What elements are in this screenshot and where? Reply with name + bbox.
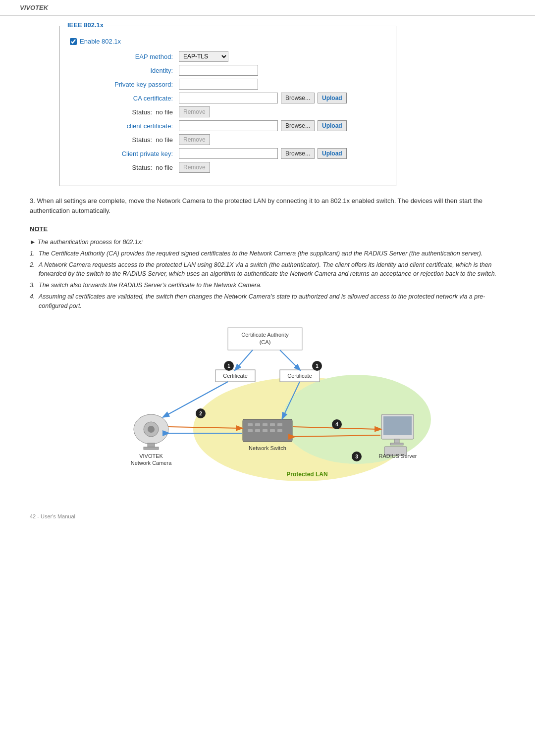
svg-text:Network Camera: Network Camera <box>131 460 172 466</box>
footer: 42 - User's Manual <box>0 508 535 524</box>
svg-rect-37 <box>390 443 403 445</box>
diagram-container: Certificate Authority (CA) Certificate C… <box>30 320 505 489</box>
enable-label: Enable 802.1x <box>80 38 121 45</box>
private-browse-button[interactable]: Browse... <box>281 148 315 159</box>
svg-text:3: 3 <box>355 454 358 459</box>
enable-row: Enable 802.1x <box>70 38 386 45</box>
client-cert-input[interactable] <box>179 120 278 131</box>
svg-text:Network Switch: Network Switch <box>249 445 286 451</box>
identity-row: Identity: <box>70 65 386 76</box>
client-remove-value: Remove <box>179 134 210 145</box>
step3-section: 3. When all settings are complete, move … <box>30 196 505 215</box>
svg-rect-32 <box>277 429 282 432</box>
svg-text:1: 1 <box>227 363 230 369</box>
note-item-1: 1. The Certificate Authority (CA) provid… <box>30 249 505 258</box>
svg-text:(CA): (CA) <box>260 339 271 345</box>
svg-rect-28 <box>248 429 253 432</box>
private-key-value <box>179 79 258 90</box>
client-upload-button[interactable]: Upload <box>318 120 347 131</box>
note-item-3: 3. The switch also forwards the RADIUS S… <box>30 281 505 290</box>
identity-label: Identity: <box>70 67 179 74</box>
svg-text:Protected LAN: Protected LAN <box>286 471 327 478</box>
private-remove-value: Remove <box>179 162 210 173</box>
ca-remove-button[interactable]: Remove <box>179 106 210 117</box>
footer-text: 42 - User's Manual <box>30 513 75 519</box>
ca-status-label: Status: no file <box>70 108 179 116</box>
svg-rect-30 <box>263 429 268 432</box>
client-cert-label: client certificate: <box>70 122 179 130</box>
svg-text:4: 4 <box>335 422 338 427</box>
svg-rect-27 <box>277 423 282 426</box>
svg-rect-31 <box>270 429 275 432</box>
svg-text:1: 1 <box>316 363 319 369</box>
private-remove-button[interactable]: Remove <box>179 162 210 173</box>
ca-cert-value: Browse... Upload <box>179 93 347 103</box>
identity-value <box>179 65 258 76</box>
svg-point-17 <box>148 426 155 433</box>
private-key-row: Private key passord: <box>70 79 386 90</box>
eap-method-row: EAP method: EAP-TLS EAP-PEAP <box>70 51 386 62</box>
note-title: NOTE <box>30 225 505 233</box>
diagram-svg: Certificate Authority (CA) Certificate C… <box>94 320 441 489</box>
ca-cert-input[interactable] <box>179 93 278 103</box>
client-private-input[interactable] <box>179 148 278 159</box>
client-private-label: Client private key: <box>70 150 179 157</box>
note-section: NOTE ► The authentication process for 80… <box>30 225 505 310</box>
client-remove-button[interactable]: Remove <box>179 134 210 145</box>
ca-status-value: no file <box>156 108 173 116</box>
ca-upload-button[interactable]: Upload <box>318 93 347 103</box>
ieee-box: IEEE 802.1x Enable 802.1x EAP method: EA… <box>59 26 396 186</box>
svg-rect-29 <box>255 429 260 432</box>
main-content: IEEE 802.1x Enable 802.1x EAP method: EA… <box>0 16 535 508</box>
private-upload-button[interactable]: Upload <box>318 148 347 159</box>
svg-text:RADIUS Server: RADIUS Server <box>378 453 417 459</box>
client-browse-button[interactable]: Browse... <box>281 120 315 131</box>
svg-rect-24 <box>255 423 260 426</box>
svg-rect-26 <box>270 423 275 426</box>
private-key-input[interactable] <box>179 79 258 90</box>
svg-rect-19 <box>144 447 159 450</box>
private-key-label: Private key passord: <box>70 81 179 88</box>
note-item-2: 2. A Network Camera requests access to t… <box>30 260 505 279</box>
client-private-value: Browse... Upload <box>179 148 347 159</box>
client-cert-row: client certificate: Browse... Upload <box>70 120 386 131</box>
client-status-row: Status: no file Remove <box>70 134 386 145</box>
svg-line-13 <box>235 350 253 370</box>
svg-text:Certificate: Certificate <box>287 373 312 379</box>
client-status-value: no file <box>156 136 173 144</box>
ca-remove-value: Remove <box>179 106 210 117</box>
svg-rect-36 <box>394 439 399 443</box>
identity-input[interactable] <box>179 65 258 76</box>
svg-text:Certificate: Certificate <box>223 373 248 379</box>
svg-text:2: 2 <box>199 411 202 416</box>
ca-cert-row: CA certificate: Browse... Upload <box>70 93 386 103</box>
header: VIVOTEK <box>0 0 535 16</box>
eap-method-select[interactable]: EAP-TLS EAP-PEAP <box>179 51 228 62</box>
client-status-label: Status: no file <box>70 136 179 144</box>
eap-method-label: EAP method: <box>70 53 179 60</box>
enable-checkbox[interactable] <box>70 38 77 45</box>
svg-rect-35 <box>383 416 412 435</box>
client-cert-value: Browse... Upload <box>179 120 347 131</box>
svg-rect-23 <box>248 423 253 426</box>
svg-rect-18 <box>148 443 155 447</box>
step3-text: 3. When all settings are complete, move … <box>30 196 505 215</box>
private-status-label: Status: no file <box>70 164 179 171</box>
svg-rect-25 <box>263 423 268 426</box>
client-private-row: Client private key: Browse... Upload <box>70 148 386 159</box>
svg-text:VIVOTEK: VIVOTEK <box>139 453 163 459</box>
brand-logo: VIVOTEK <box>20 4 48 11</box>
eap-method-value: EAP-TLS EAP-PEAP <box>179 51 228 62</box>
ca-status-row: Status: no file Remove <box>70 106 386 117</box>
ca-cert-label: CA certificate: <box>70 95 179 102</box>
svg-line-14 <box>280 350 300 370</box>
svg-text:Certificate Authority: Certificate Authority <box>241 332 289 338</box>
private-status-value: no file <box>156 164 173 171</box>
private-status-row: Status: no file Remove <box>70 162 386 173</box>
note-bullet: ► The authentication process for 802.1x: <box>30 238 505 247</box>
note-item-4: 4. Assuming all certificates are validat… <box>30 292 505 311</box>
ca-browse-button[interactable]: Browse... <box>281 93 315 103</box>
ieee-box-title: IEEE 802.1x <box>65 21 106 29</box>
